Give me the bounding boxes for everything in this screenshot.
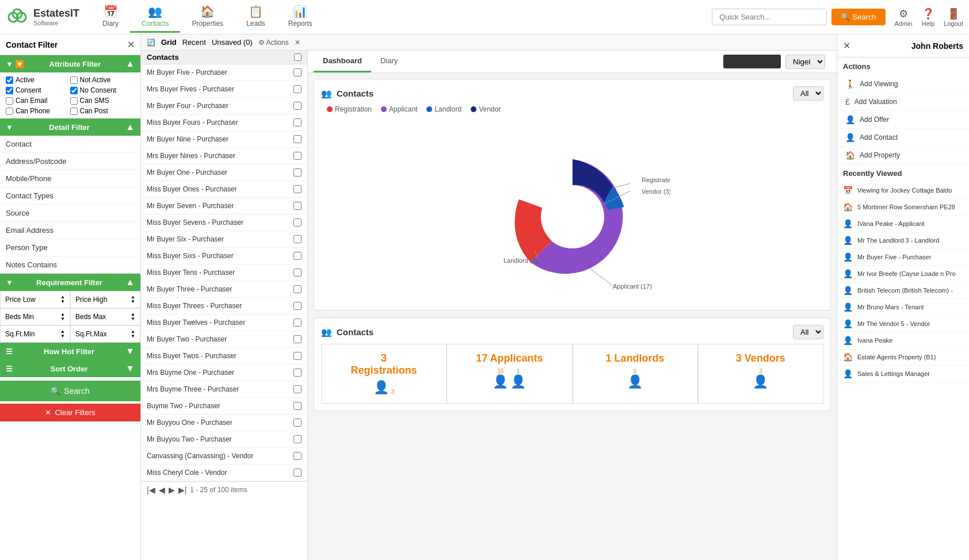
list-item[interactable]: Miss Buyer Ones - Purchaser — [141, 181, 307, 198]
list-item[interactable]: Mr Buyer Four - Purchaser — [141, 98, 307, 114]
list-item[interactable]: Mr Buyer Five - Purchaser — [141, 64, 307, 81]
list-item[interactable]: Mrs Buyme Three - Purchaser — [141, 381, 307, 398]
contact-checkbox[interactable] — [293, 68, 302, 76]
checkbox-can-phone[interactable]: Can Phone — [6, 107, 68, 115]
list-item[interactable]: Mr Buyer Two - Purchaser — [141, 331, 307, 348]
contact-checkbox[interactable] — [293, 218, 302, 227]
contact-checkbox[interactable] — [293, 352, 302, 360]
recently-viewed-item[interactable]: 👤Mr Ivor Breefe (Cayse Loade n Pro — [837, 266, 969, 282]
action-add-valuation[interactable]: £ Add Valuation — [837, 93, 969, 111]
sqft-max-spinner[interactable]: ▲▼ — [131, 329, 135, 339]
sqft-min-spinner[interactable]: ▲▼ — [60, 329, 65, 339]
refresh-btn[interactable]: 🔄 — [147, 39, 155, 47]
filter-mobile[interactable]: Mobile/Phone — [0, 170, 140, 187]
filter-contact-types[interactable]: Contact Types — [0, 187, 140, 205]
contact-checkbox[interactable] — [293, 469, 302, 477]
action-add-offer[interactable]: 👤 Add Offer — [837, 111, 969, 129]
tab-diary[interactable]: Diary — [371, 51, 407, 72]
first-page-btn[interactable]: |◀ — [147, 485, 155, 494]
recently-viewed-item[interactable]: 👤Sales & Lettings Manager — [837, 366, 969, 382]
price-high-spinner[interactable]: ▲▼ — [131, 295, 135, 304]
logout-action[interactable]: 🚪 Logout — [944, 7, 963, 27]
action-add-property[interactable]: 🏠 Add Property — [837, 147, 969, 164]
price-low-spinner[interactable]: ▲▼ — [60, 295, 65, 304]
contact-checkbox[interactable] — [293, 202, 302, 210]
tab-dashboard[interactable]: Dashboard — [314, 51, 371, 72]
next-page-btn[interactable]: ▶ — [169, 485, 175, 494]
checkbox-can-email[interactable]: Can Email — [6, 97, 68, 105]
list-item[interactable]: Mr Buyyou Two - Purchaser — [141, 431, 307, 448]
list-item[interactable]: Mrs Buyer Nines - Purchaser — [141, 148, 307, 164]
filter-email[interactable]: Email Address — [0, 222, 140, 239]
filter-contact[interactable]: Contact — [0, 136, 140, 153]
user-selector[interactable]: Nigel — [785, 55, 825, 69]
list-item[interactable]: Miss Cheryl Cole - Vendor — [141, 465, 307, 481]
actions-btn[interactable]: ⚙ Actions — [258, 39, 289, 47]
list-item[interactable]: Mrs Buyme One - Purchaser — [141, 365, 307, 381]
recently-viewed-item[interactable]: 👤Mr Buyer Five - Purchaser — [837, 249, 969, 266]
list-item[interactable]: Miss Buyer Twos - Purchaser — [141, 348, 307, 365]
contact-checkbox[interactable] — [293, 385, 302, 393]
recently-viewed-item[interactable]: 👤Ivana Peake — [837, 332, 969, 349]
contact-checkbox[interactable] — [293, 319, 302, 327]
contact-checkbox[interactable] — [293, 118, 302, 126]
contact-checkbox[interactable] — [293, 335, 302, 343]
checkbox-active[interactable]: Active — [6, 76, 68, 84]
help-action[interactable]: ❓ Help — [922, 7, 935, 27]
contact-checkbox[interactable] — [293, 302, 302, 310]
stats-filter-select[interactable]: All — [793, 325, 823, 339]
contact-checkbox[interactable] — [293, 152, 302, 160]
filter-person-type[interactable]: Person Type — [0, 239, 140, 256]
list-item[interactable]: Buyme Two - Purchaser — [141, 398, 307, 415]
nav-leads[interactable]: 📋 Leads — [235, 1, 277, 33]
list-item[interactable]: Miss Buyer Sixs - Purchaser — [141, 248, 307, 264]
list-item[interactable]: Mrs Buyer Fives - Purchaser — [141, 81, 307, 98]
contact-checkbox[interactable] — [293, 85, 302, 93]
contact-checkbox[interactable] — [293, 269, 302, 277]
contact-checkbox[interactable] — [293, 285, 302, 293]
sort-order-header[interactable]: ☰ Sort Order ▼ — [0, 360, 140, 377]
last-page-btn[interactable]: ▶| — [178, 485, 187, 494]
beds-max-spinner[interactable]: ▲▼ — [131, 312, 135, 321]
recently-viewed-item[interactable]: 👤Mr Bruno Mars - Tenant — [837, 299, 969, 316]
search-button[interactable]: 🔍 Search — [831, 9, 885, 25]
list-item[interactable]: Mr Buyer Six - Purchaser — [141, 231, 307, 248]
recently-viewed-item[interactable]: 👤Mr The Vendor 5 - Vendor — [837, 316, 969, 332]
how-hot-filter-header[interactable]: ☰ How Hot Filter ▼ — [0, 343, 140, 360]
recently-viewed-item[interactable]: 👤British Telecom (British Telecom) - — [837, 282, 969, 299]
quick-search-input[interactable] — [712, 9, 827, 25]
list-item[interactable]: Miss Buyer Tens - Purchaser — [141, 264, 307, 281]
recently-viewed-item[interactable]: 🏠5 Mortimer Row Somersham PE28 — [837, 199, 969, 216]
prev-page-btn[interactable]: ◀ — [159, 485, 165, 494]
contact-checkbox[interactable] — [293, 168, 302, 177]
list-item[interactable]: Miss Buyer Sevens - Purchaser — [141, 214, 307, 231]
list-item[interactable]: Mr Buyer One - Purchaser — [141, 164, 307, 181]
list-item[interactable]: Mr Buyer Seven - Purchaser — [141, 198, 307, 214]
contact-checkbox[interactable] — [293, 102, 302, 110]
filter-notes[interactable]: Notes Contains — [0, 256, 140, 274]
nav-reports[interactable]: 📊 Reports — [277, 1, 324, 33]
requirement-filter-header[interactable]: ▼ Requirement Filter ▲ — [0, 274, 140, 291]
search-filter-button[interactable]: 🔍 Search — [0, 381, 140, 401]
clear-filters-button[interactable]: ✕ Clear Filters — [0, 404, 140, 421]
contact-checkbox[interactable] — [293, 135, 302, 143]
contact-checkbox[interactable] — [293, 252, 302, 260]
recently-viewed-item[interactable]: 👤Mr The Landlord 3 - Landlord — [837, 232, 969, 249]
list-item[interactable]: Mr Buyer Nine - Purchaser — [141, 131, 307, 148]
list-item[interactable]: Miss Buyer Twelves - Purchaser — [141, 314, 307, 331]
filter-source[interactable]: Source — [0, 205, 140, 222]
checkbox-can-sms[interactable]: Can SMS — [70, 97, 132, 105]
contact-checkbox[interactable] — [293, 185, 302, 193]
contact-checkbox[interactable] — [293, 369, 302, 377]
list-item[interactable]: Miss Buyer Threes - Purchaser — [141, 298, 307, 314]
recently-viewed-item[interactable]: 🏠Estate Agents Property (B1) — [837, 349, 969, 366]
grid-label[interactable]: Grid — [161, 38, 177, 47]
list-item[interactable]: Mr Buyyou One - Purchaser — [141, 415, 307, 431]
admin-action[interactable]: ⚙ Admin — [895, 7, 913, 27]
list-item[interactable]: Canvassing (Canvassing) - Vendor — [141, 448, 307, 465]
filter-address[interactable]: Address/Postcode — [0, 153, 140, 170]
list-item[interactable]: Miss Buyer Fours - Purchaser — [141, 114, 307, 131]
nav-properties[interactable]: 🏠 Properties — [180, 1, 235, 33]
recent-label[interactable]: Recent — [182, 38, 206, 47]
attribute-filter-header[interactable]: ▼ 🔽 Attribute Filter ▲ — [0, 55, 140, 72]
